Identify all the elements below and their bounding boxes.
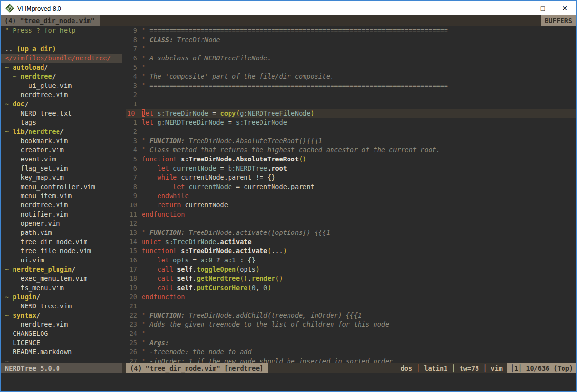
code-line[interactable]: 19 call self.putCursorHere(0, 0): [126, 283, 576, 292]
code-line[interactable]: 20endfunction: [126, 292, 576, 302]
tree-item[interactable]: ui.vim: [1, 256, 122, 265]
code-line[interactable]: 1: [126, 100, 576, 109]
code-line[interactable]: 26" -treenode: the node to add: [126, 348, 576, 357]
syntax-sl: /: [72, 265, 75, 273]
tree-item[interactable]: tree_file_node.vim: [1, 247, 122, 256]
code-line[interactable]: 25" Args:: [126, 338, 576, 348]
code-line[interactable]: 9 endwhile: [126, 191, 576, 201]
code-line[interactable]: 14unlet s:TreeDirNode.activate: [126, 237, 576, 247]
code-line[interactable]: 18 call self.getNerdtree().render(): [126, 274, 576, 283]
code-line[interactable]: 2: [126, 90, 576, 100]
tab-tree-dir-node[interactable]: (4) "tree_dir_node.vim": [1, 15, 100, 26]
tree-item[interactable]: event.vim: [1, 155, 122, 164]
tree-item[interactable]: path.vim: [1, 228, 122, 237]
tree-item[interactable]: ~ nerdtree_plugin/: [1, 265, 122, 274]
code-line[interactable]: 7": [126, 44, 576, 54]
syntax-n: [169, 164, 173, 172]
tree-item[interactable]: tree_dir_node.vim: [1, 237, 122, 247]
tree-item[interactable]: ~ plugin/: [1, 292, 122, 302]
syntax-dir: syntax: [13, 311, 36, 319]
code-line[interactable]: 21: [126, 302, 576, 311]
code-buffer[interactable]: 9" =====================================…: [126, 26, 576, 363]
tree-item[interactable]: nerdtree.vim: [1, 320, 122, 329]
tree-item[interactable]: NERD_tree.vim: [1, 302, 122, 311]
code-line-text: endfunction: [142, 210, 185, 218]
code-line[interactable]: 4" The 'composite' part of the file/dir …: [126, 72, 576, 81]
code-line[interactable]: 6 let currentNode = b:NERDTree.root: [126, 164, 576, 173]
tree-item[interactable]: " Press ? for help: [1, 26, 122, 35]
tree-item[interactable]: ~ doc/: [1, 100, 122, 109]
maximize-button[interactable]: □: [532, 1, 554, 15]
tree-item-text: opener.vim: [5, 219, 60, 227]
syntax-c: " Adds the given treenode to the list of…: [142, 320, 389, 328]
code-line[interactable]: 10let s:TreeDirNode = copy(g:NERDTreeFil…: [126, 109, 576, 118]
buffers-tab[interactable]: BUFFERS: [541, 15, 576, 26]
minimize-button[interactable]: —: [509, 1, 532, 15]
tree-item[interactable]: nerdtree.vim: [1, 90, 122, 100]
tree-item[interactable]: opener.vim: [1, 219, 122, 228]
tree-item[interactable]: .. (up a dir): [1, 44, 122, 54]
tree-item[interactable]: ~ autoload/: [1, 63, 122, 72]
tree-item[interactable]: menu_controller.vim: [1, 182, 122, 191]
tree-item[interactable]: </vimfiles/bundle/nerdtree/: [1, 54, 122, 63]
syntax-n: =: [216, 164, 228, 172]
line-number: 8: [126, 35, 142, 44]
syntax-id: 0: [263, 284, 267, 291]
code-line[interactable]: 15function! s:TreeDirNode.activate(...): [126, 247, 576, 256]
code-line[interactable]: 1let g:NERDTreeDirNode = s:TreeDirNode: [126, 118, 576, 127]
code-line[interactable]: 9" =====================================…: [126, 26, 576, 35]
code-line-text: " The 'composite' part of the file/dir c…: [142, 73, 334, 80]
tree-item[interactable]: NERD_tree.txt: [1, 109, 122, 118]
code-line[interactable]: 17 call self.toggleOpen(opts): [126, 265, 576, 274]
tree-item[interactable]: ~ syntax/: [1, 311, 122, 320]
tree-item[interactable]: notifier.vim: [1, 210, 122, 219]
tree-item[interactable]: creator.vim: [1, 145, 122, 155]
code-line[interactable]: 13" FUNCTION: TreeDirNode.activate([opti…: [126, 228, 576, 237]
tree-item[interactable]: README.markdown: [1, 348, 122, 357]
command-line[interactable]: [1, 373, 576, 391]
code-line[interactable]: 5": [126, 63, 576, 72]
tree-item[interactable]: ~ nerdtree/: [1, 72, 122, 81]
code-line-text: endwhile: [142, 192, 189, 200]
code-line[interactable]: 11endfunction: [126, 210, 576, 219]
line-number: 5: [126, 63, 142, 72]
tree-item[interactable]: nerdtree.vim: [1, 201, 122, 210]
syntax-id: s:TreeDirNode: [158, 109, 209, 117]
tree-item[interactable]: tags: [1, 118, 122, 127]
code-line[interactable]: 8" CLASS: TreeDirNode: [126, 35, 576, 44]
tree-item[interactable]: ui_glue.vim: [1, 81, 122, 90]
tree-item[interactable]: fs_menu.vim: [1, 283, 122, 292]
code-line[interactable]: 7 while currentNode.parent != {}: [126, 173, 576, 182]
code-line[interactable]: 6" A subclass of NERDTreeFileNode.: [126, 54, 576, 63]
tree-item[interactable]: ~ lib/nerdtree/: [1, 127, 122, 136]
code-line[interactable]: 2: [126, 127, 576, 136]
window-split-separator[interactable]: [122, 26, 126, 363]
code-line[interactable]: 5function! s:TreeDirNode.AbsoluteTreeRoo…: [126, 155, 576, 164]
code-line[interactable]: 12: [126, 219, 576, 228]
tree-item[interactable]: flag_set.vim: [1, 164, 122, 173]
syntax-id: a:0: [201, 256, 212, 264]
syntax-tld: ~: [5, 293, 13, 301]
code-line[interactable]: 16 let opts = a:0 ? a:1 : {}: [126, 256, 576, 265]
tree-item[interactable]: key_map.vim: [1, 173, 122, 182]
code-line[interactable]: 23" Adds the given treenode to the list …: [126, 320, 576, 329]
tree-item[interactable]: ~: [1, 357, 122, 363]
tree-item[interactable]: exec_menuitem.vim: [1, 274, 122, 283]
tree-item[interactable]: bookmark.vim: [1, 136, 122, 145]
tree-item[interactable]: LICENCE: [1, 338, 122, 348]
code-line[interactable]: 8 let currentNode = currentNode.parent: [126, 182, 576, 191]
tree-item[interactable]: menu_item.vim: [1, 191, 122, 201]
code-line[interactable]: 4" Class method that returns the highest…: [126, 145, 576, 155]
close-button[interactable]: ✕: [554, 1, 576, 15]
nerdtree-panel[interactable]: " Press ? for help.. (up a dir)</vimfile…: [1, 26, 122, 363]
code-line[interactable]: 3" FUNCTION: TreeDirNode.AbsoluteTreeRoo…: [126, 136, 576, 145]
syntax-k: endfunction: [142, 293, 185, 301]
tree-item[interactable]: CHANGELOG: [1, 329, 122, 338]
tree-item[interactable]: [1, 35, 122, 44]
code-line[interactable]: 3" =====================================…: [126, 81, 576, 90]
syntax-dir: nerdtree_plugin: [13, 265, 72, 273]
code-line[interactable]: 24": [126, 329, 576, 338]
code-line[interactable]: 27" -inOrder: 1 if the new node should b…: [126, 357, 576, 363]
code-line[interactable]: 22" FUNCTION: TreeDirNode.addChild(treen…: [126, 311, 576, 320]
code-line[interactable]: 10 return currentNode: [126, 201, 576, 210]
